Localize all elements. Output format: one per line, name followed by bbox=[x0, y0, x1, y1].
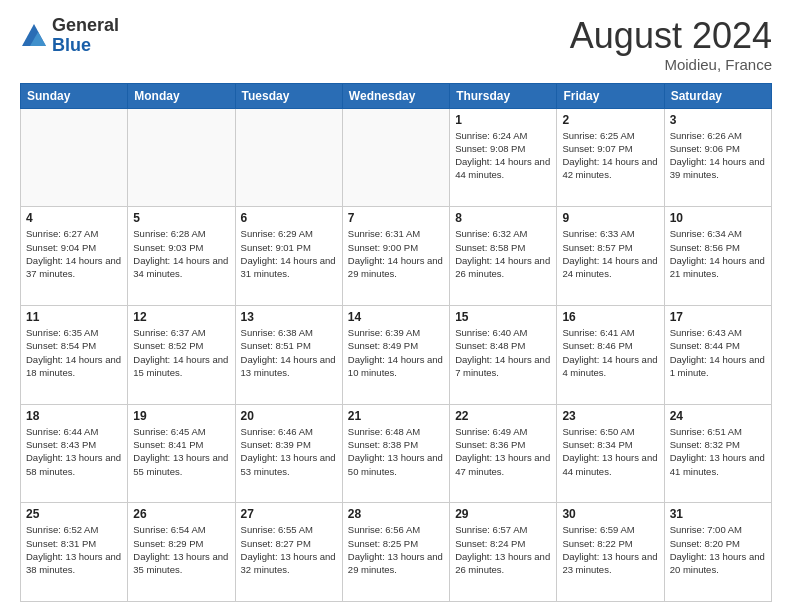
cell-w3-d4: 22Sunrise: 6:49 AM Sunset: 8:36 PM Dayli… bbox=[450, 404, 557, 503]
day-info-13: Sunrise: 6:38 AM Sunset: 8:51 PM Dayligh… bbox=[241, 326, 337, 379]
cell-w4-d0: 25Sunrise: 6:52 AM Sunset: 8:31 PM Dayli… bbox=[21, 503, 128, 602]
day-info-6: Sunrise: 6:29 AM Sunset: 9:01 PM Dayligh… bbox=[241, 227, 337, 280]
day-num-30: 30 bbox=[562, 507, 658, 521]
cell-w0-d3 bbox=[342, 108, 449, 207]
month-title: August 2024 bbox=[570, 16, 772, 56]
day-num-15: 15 bbox=[455, 310, 551, 324]
day-info-16: Sunrise: 6:41 AM Sunset: 8:46 PM Dayligh… bbox=[562, 326, 658, 379]
day-info-23: Sunrise: 6:50 AM Sunset: 8:34 PM Dayligh… bbox=[562, 425, 658, 478]
day-info-25: Sunrise: 6:52 AM Sunset: 8:31 PM Dayligh… bbox=[26, 523, 122, 576]
day-info-7: Sunrise: 6:31 AM Sunset: 9:00 PM Dayligh… bbox=[348, 227, 444, 280]
week-row-1: 4Sunrise: 6:27 AM Sunset: 9:04 PM Daylig… bbox=[21, 207, 772, 306]
header-monday: Monday bbox=[128, 83, 235, 108]
day-info-11: Sunrise: 6:35 AM Sunset: 8:54 PM Dayligh… bbox=[26, 326, 122, 379]
week-row-4: 25Sunrise: 6:52 AM Sunset: 8:31 PM Dayli… bbox=[21, 503, 772, 602]
calendar-table: Sunday Monday Tuesday Wednesday Thursday… bbox=[20, 83, 772, 602]
logo-general-text: General bbox=[52, 16, 119, 36]
day-num-4: 4 bbox=[26, 211, 122, 225]
day-info-22: Sunrise: 6:49 AM Sunset: 8:36 PM Dayligh… bbox=[455, 425, 551, 478]
day-num-13: 13 bbox=[241, 310, 337, 324]
cell-w3-d6: 24Sunrise: 6:51 AM Sunset: 8:32 PM Dayli… bbox=[664, 404, 771, 503]
cell-w0-d6: 3Sunrise: 6:26 AM Sunset: 9:06 PM Daylig… bbox=[664, 108, 771, 207]
location: Moidieu, France bbox=[570, 56, 772, 73]
day-info-24: Sunrise: 6:51 AM Sunset: 8:32 PM Dayligh… bbox=[670, 425, 766, 478]
cell-w2-d5: 16Sunrise: 6:41 AM Sunset: 8:46 PM Dayli… bbox=[557, 305, 664, 404]
day-num-20: 20 bbox=[241, 409, 337, 423]
cell-w0-d1 bbox=[128, 108, 235, 207]
cell-w0-d2 bbox=[235, 108, 342, 207]
day-info-14: Sunrise: 6:39 AM Sunset: 8:49 PM Dayligh… bbox=[348, 326, 444, 379]
cell-w1-d4: 8Sunrise: 6:32 AM Sunset: 8:58 PM Daylig… bbox=[450, 207, 557, 306]
day-num-26: 26 bbox=[133, 507, 229, 521]
page: General Blue August 2024 Moidieu, France… bbox=[0, 0, 792, 612]
day-num-22: 22 bbox=[455, 409, 551, 423]
cell-w1-d0: 4Sunrise: 6:27 AM Sunset: 9:04 PM Daylig… bbox=[21, 207, 128, 306]
day-info-20: Sunrise: 6:46 AM Sunset: 8:39 PM Dayligh… bbox=[241, 425, 337, 478]
cell-w1-d3: 7Sunrise: 6:31 AM Sunset: 9:00 PM Daylig… bbox=[342, 207, 449, 306]
day-info-1: Sunrise: 6:24 AM Sunset: 9:08 PM Dayligh… bbox=[455, 129, 551, 182]
day-info-26: Sunrise: 6:54 AM Sunset: 8:29 PM Dayligh… bbox=[133, 523, 229, 576]
day-num-5: 5 bbox=[133, 211, 229, 225]
cell-w3-d0: 18Sunrise: 6:44 AM Sunset: 8:43 PM Dayli… bbox=[21, 404, 128, 503]
day-info-30: Sunrise: 6:59 AM Sunset: 8:22 PM Dayligh… bbox=[562, 523, 658, 576]
header-sunday: Sunday bbox=[21, 83, 128, 108]
day-num-17: 17 bbox=[670, 310, 766, 324]
cell-w2-d6: 17Sunrise: 6:43 AM Sunset: 8:44 PM Dayli… bbox=[664, 305, 771, 404]
day-num-8: 8 bbox=[455, 211, 551, 225]
cell-w4-d4: 29Sunrise: 6:57 AM Sunset: 8:24 PM Dayli… bbox=[450, 503, 557, 602]
day-num-27: 27 bbox=[241, 507, 337, 521]
week-row-2: 11Sunrise: 6:35 AM Sunset: 8:54 PM Dayli… bbox=[21, 305, 772, 404]
logo-text: General Blue bbox=[52, 16, 119, 56]
day-info-28: Sunrise: 6:56 AM Sunset: 8:25 PM Dayligh… bbox=[348, 523, 444, 576]
day-info-29: Sunrise: 6:57 AM Sunset: 8:24 PM Dayligh… bbox=[455, 523, 551, 576]
cell-w1-d6: 10Sunrise: 6:34 AM Sunset: 8:56 PM Dayli… bbox=[664, 207, 771, 306]
day-num-9: 9 bbox=[562, 211, 658, 225]
cell-w2-d0: 11Sunrise: 6:35 AM Sunset: 8:54 PM Dayli… bbox=[21, 305, 128, 404]
cell-w0-d0 bbox=[21, 108, 128, 207]
header-thursday: Thursday bbox=[450, 83, 557, 108]
day-info-18: Sunrise: 6:44 AM Sunset: 8:43 PM Dayligh… bbox=[26, 425, 122, 478]
day-num-10: 10 bbox=[670, 211, 766, 225]
cell-w4-d2: 27Sunrise: 6:55 AM Sunset: 8:27 PM Dayli… bbox=[235, 503, 342, 602]
logo: General Blue bbox=[20, 16, 119, 56]
week-row-0: 1Sunrise: 6:24 AM Sunset: 9:08 PM Daylig… bbox=[21, 108, 772, 207]
day-num-25: 25 bbox=[26, 507, 122, 521]
header-friday: Friday bbox=[557, 83, 664, 108]
cell-w3-d3: 21Sunrise: 6:48 AM Sunset: 8:38 PM Dayli… bbox=[342, 404, 449, 503]
day-num-19: 19 bbox=[133, 409, 229, 423]
day-num-16: 16 bbox=[562, 310, 658, 324]
day-info-21: Sunrise: 6:48 AM Sunset: 8:38 PM Dayligh… bbox=[348, 425, 444, 478]
cell-w1-d5: 9Sunrise: 6:33 AM Sunset: 8:57 PM Daylig… bbox=[557, 207, 664, 306]
header: General Blue August 2024 Moidieu, France bbox=[20, 16, 772, 73]
day-info-4: Sunrise: 6:27 AM Sunset: 9:04 PM Dayligh… bbox=[26, 227, 122, 280]
cell-w0-d4: 1Sunrise: 6:24 AM Sunset: 9:08 PM Daylig… bbox=[450, 108, 557, 207]
cell-w2-d3: 14Sunrise: 6:39 AM Sunset: 8:49 PM Dayli… bbox=[342, 305, 449, 404]
cell-w4-d3: 28Sunrise: 6:56 AM Sunset: 8:25 PM Dayli… bbox=[342, 503, 449, 602]
cell-w3-d5: 23Sunrise: 6:50 AM Sunset: 8:34 PM Dayli… bbox=[557, 404, 664, 503]
logo-icon bbox=[20, 22, 48, 50]
week-row-3: 18Sunrise: 6:44 AM Sunset: 8:43 PM Dayli… bbox=[21, 404, 772, 503]
day-num-24: 24 bbox=[670, 409, 766, 423]
day-info-15: Sunrise: 6:40 AM Sunset: 8:48 PM Dayligh… bbox=[455, 326, 551, 379]
cell-w3-d1: 19Sunrise: 6:45 AM Sunset: 8:41 PM Dayli… bbox=[128, 404, 235, 503]
day-info-5: Sunrise: 6:28 AM Sunset: 9:03 PM Dayligh… bbox=[133, 227, 229, 280]
logo-blue-text: Blue bbox=[52, 36, 119, 56]
day-num-29: 29 bbox=[455, 507, 551, 521]
header-wednesday: Wednesday bbox=[342, 83, 449, 108]
day-info-9: Sunrise: 6:33 AM Sunset: 8:57 PM Dayligh… bbox=[562, 227, 658, 280]
cell-w1-d1: 5Sunrise: 6:28 AM Sunset: 9:03 PM Daylig… bbox=[128, 207, 235, 306]
day-info-17: Sunrise: 6:43 AM Sunset: 8:44 PM Dayligh… bbox=[670, 326, 766, 379]
header-tuesday: Tuesday bbox=[235, 83, 342, 108]
calendar-header-row: Sunday Monday Tuesday Wednesday Thursday… bbox=[21, 83, 772, 108]
day-info-2: Sunrise: 6:25 AM Sunset: 9:07 PM Dayligh… bbox=[562, 129, 658, 182]
cell-w2-d4: 15Sunrise: 6:40 AM Sunset: 8:48 PM Dayli… bbox=[450, 305, 557, 404]
cell-w2-d1: 12Sunrise: 6:37 AM Sunset: 8:52 PM Dayli… bbox=[128, 305, 235, 404]
day-num-6: 6 bbox=[241, 211, 337, 225]
cell-w4-d6: 31Sunrise: 7:00 AM Sunset: 8:20 PM Dayli… bbox=[664, 503, 771, 602]
header-saturday: Saturday bbox=[664, 83, 771, 108]
day-num-11: 11 bbox=[26, 310, 122, 324]
cell-w4-d1: 26Sunrise: 6:54 AM Sunset: 8:29 PM Dayli… bbox=[128, 503, 235, 602]
title-area: August 2024 Moidieu, France bbox=[570, 16, 772, 73]
day-num-31: 31 bbox=[670, 507, 766, 521]
cell-w1-d2: 6Sunrise: 6:29 AM Sunset: 9:01 PM Daylig… bbox=[235, 207, 342, 306]
